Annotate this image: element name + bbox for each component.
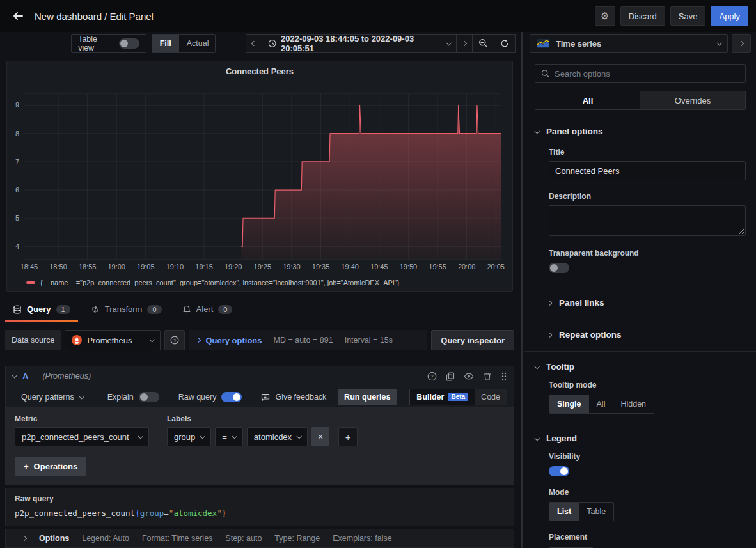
query-options-strip: Query options MD = auto = 891 Interval =… <box>189 330 427 350</box>
zoom-out-button[interactable] <box>472 34 494 53</box>
datasource-picker[interactable]: Prometheus <box>65 330 161 350</box>
series-color-marker <box>26 281 35 284</box>
chevron-down-icon <box>138 434 143 439</box>
format-option-summary: Format: Time series <box>142 534 212 543</box>
transparent-bg-toggle[interactable] <box>549 263 569 273</box>
title-field-label: Title <box>549 148 746 157</box>
svg-text:18:55: 18:55 <box>79 263 96 270</box>
all-tab[interactable]: All <box>535 91 640 109</box>
panel-description-textarea[interactable] <box>549 205 746 236</box>
label-op-select[interactable]: = <box>215 427 243 446</box>
eye-icon[interactable] <box>464 372 474 381</box>
chevron-down-icon <box>200 434 205 439</box>
fill-option[interactable]: Fill <box>152 35 179 52</box>
time-range-button[interactable]: 2022-09-03 18:44:05 to 2022-09-03 20:05:… <box>262 34 457 53</box>
search-options-input[interactable] <box>555 69 739 79</box>
panel-title-input[interactable] <box>549 161 746 180</box>
query-options-toggle[interactable]: Query options <box>196 336 262 345</box>
duplicate-query-icon[interactable] <box>446 372 455 381</box>
tab-transform-label: Transform <box>105 304 143 314</box>
max-datapoints-stat: MD = auto = 891 <box>274 336 333 345</box>
refresh-button[interactable] <box>494 34 516 53</box>
panel-options-header[interactable]: Panel options <box>535 127 746 136</box>
tab-query-count: 1 <box>56 305 70 314</box>
pane-splitter[interactable] <box>519 32 524 548</box>
transparent-bg-label: Transparent background <box>549 249 746 258</box>
legend-mode-table-option[interactable]: Table <box>579 503 613 521</box>
drag-handle-icon[interactable] <box>501 372 507 381</box>
help-icon[interactable]: ? <box>427 372 437 381</box>
visualization-picker[interactable]: Time series <box>530 34 728 53</box>
legend-visibility-toggle[interactable] <box>549 466 569 476</box>
save-button[interactable]: Save <box>670 6 706 26</box>
legend-section-header[interactable]: Legend <box>535 434 746 443</box>
chart-panel: Connected Peers 45678918:4518:5018:5519:… <box>6 61 513 292</box>
chevron-down-icon <box>150 337 155 342</box>
collapse-query-icon[interactable] <box>12 373 17 378</box>
resize-handle-icon[interactable] <box>738 228 744 234</box>
tab-transform[interactable]: Transform 0 <box>83 304 169 322</box>
collapse-options-button[interactable] <box>732 34 751 53</box>
builder-option[interactable]: Builder Beta <box>410 389 475 405</box>
run-queries-button[interactable]: Run queries <box>338 389 397 405</box>
time-shift-back-button[interactable] <box>246 34 262 53</box>
tab-alert[interactable]: Alert 0 <box>175 304 240 322</box>
svg-text:18:45: 18:45 <box>20 263 38 270</box>
search-options-box[interactable] <box>535 64 746 83</box>
tooltip-all-option[interactable]: All <box>589 395 613 413</box>
datasource-label: Data source <box>5 330 61 350</box>
panel-links-section[interactable]: Panel links <box>547 298 746 308</box>
gear-icon: ⚙ <box>601 10 609 22</box>
table-view-toggle[interactable] <box>119 38 139 49</box>
tooltip-mode-label: Tooltip mode <box>549 380 746 389</box>
tab-query[interactable]: Query 1 <box>5 304 78 322</box>
tooltip-hidden-option[interactable]: Hidden <box>613 395 654 413</box>
chart-title: Connected Peers <box>7 61 512 79</box>
query-ref-id: A <box>22 372 28 381</box>
chevron-down-icon <box>446 40 451 45</box>
remove-label-button[interactable]: × <box>311 427 329 446</box>
code-option[interactable]: Code <box>475 389 507 405</box>
query-builder-band: Metric p2p_connected_peers_count Labels … <box>5 408 514 485</box>
chart-svg[interactable]: 45678918:4518:5018:5519:0019:0519:1019:1… <box>7 79 512 276</box>
series-label[interactable]: {__name__="p2p_connected_peers_count", g… <box>40 279 399 286</box>
arrow-left-icon <box>12 10 24 22</box>
query-patterns-dropdown[interactable]: Query patterns <box>21 393 83 402</box>
repeat-options-section[interactable]: Repeat options <box>547 330 746 340</box>
svg-text:4: 4 <box>15 242 19 250</box>
legend-mode-list-option[interactable]: List <box>549 503 579 521</box>
explain-toggle[interactable] <box>139 392 159 402</box>
chart-legend[interactable]: {__name__="p2p_connected_peers_count", g… <box>7 278 512 286</box>
refresh-icon <box>500 39 509 48</box>
database-icon <box>13 305 22 314</box>
legend-mode-label: Mode <box>549 488 746 497</box>
raw-query-toggle[interactable] <box>221 392 242 402</box>
metric-select[interactable]: p2p_connected_peers_count <box>15 427 149 446</box>
description-field-label: Description <box>549 192 746 201</box>
tab-alert-label: Alert <box>196 304 214 314</box>
panel-settings-button[interactable]: ⚙ <box>595 6 615 26</box>
query-row-header[interactable]: A (Prometheus) ? <box>5 366 514 386</box>
apply-button[interactable]: Apply <box>711 6 748 26</box>
give-feedback-link[interactable]: Give feedback <box>261 393 326 402</box>
legend-placement-label: Placement <box>549 533 746 542</box>
tooltip-single-option[interactable]: Single <box>549 395 589 413</box>
overrides-tab[interactable]: Overrides <box>640 91 745 109</box>
chevron-down-icon <box>534 364 539 369</box>
query-options-footer[interactable]: Options Legend: Auto Format: Time series… <box>5 529 514 548</box>
tooltip-section-header[interactable]: Tooltip <box>535 362 746 372</box>
label-name-select[interactable]: group <box>167 427 211 446</box>
time-shift-forward-button[interactable] <box>456 34 473 53</box>
actual-option[interactable]: Actual <box>179 35 216 52</box>
svg-text:19:40: 19:40 <box>341 263 358 270</box>
add-operations-button[interactable]: + Operations <box>15 457 86 476</box>
label-value-select[interactable]: atomicdex <box>247 427 308 446</box>
options-sidebar: Time series All Overrides <box>524 32 756 548</box>
back-button[interactable] <box>8 6 28 26</box>
discard-button[interactable]: Discard <box>620 6 665 26</box>
query-inspector-button[interactable]: Query inspector <box>431 330 514 350</box>
add-label-button[interactable]: + <box>338 427 358 446</box>
trash-icon[interactable] <box>483 372 492 381</box>
panel-editor-toolbar: Table view Fill Actual 2022-09-03 18:44:… <box>0 32 519 55</box>
datasource-help-button[interactable]: ? <box>164 330 185 350</box>
